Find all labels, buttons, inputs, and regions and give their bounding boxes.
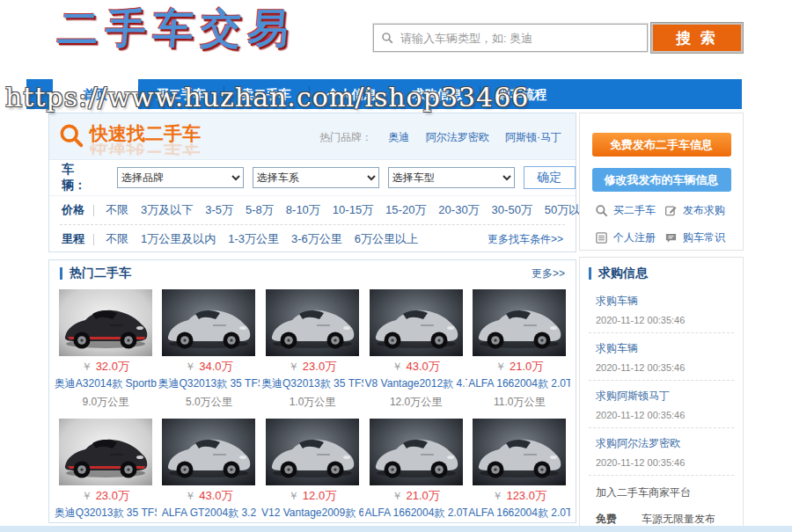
nav-item-sell[interactable]: 卖二手车 — [224, 79, 309, 109]
car-price: ￥12.0万 — [289, 489, 336, 503]
mileage-option[interactable]: 3-6万公里 — [291, 231, 342, 247]
price-option[interactable]: 20-30万 — [438, 202, 479, 218]
model-select[interactable]: 选择车型 — [388, 167, 515, 188]
car-title-link[interactable]: 奥迪Q32013款 35 TFSI 进 — [261, 376, 363, 391]
currency-symbol: ￥ — [289, 361, 299, 373]
car-card[interactable]: ￥43.0万 V8 Vantage2012款 4.7 S 12.0万公里 — [364, 289, 468, 410]
nav-item-buy[interactable]: 买二手车 — [138, 79, 224, 109]
search-button[interactable]: 搜 索 — [651, 23, 743, 53]
request-title-link[interactable]: 求购车辆 — [596, 295, 638, 307]
hot-brands-label: 热门品牌： — [319, 131, 372, 143]
request-title-link[interactable]: 求购阿斯顿马丁 — [596, 390, 670, 402]
modify-car-button[interactable]: 修改我发布的车辆信息 — [592, 168, 731, 192]
car-card-grid: ￥32.0万 奥迪A32014款 Sportback 9.0万公里 ￥34.0万… — [49, 287, 576, 532]
car-title-link[interactable]: ALFA 1662004款 2.0T — [468, 376, 570, 391]
car-title-link[interactable]: 奥迪Q32013款 35 TFSI 舒 — [158, 376, 260, 391]
car-price: ￥23.0万 — [82, 489, 129, 503]
car-title-link[interactable]: ALFA 1662004款 2.0T — [468, 506, 570, 521]
car-card[interactable]: ￥21.0万 ALFA 1662004款 2.0T 11.0万公里 — [467, 289, 571, 410]
price-option[interactable]: 8-10万 — [286, 202, 320, 218]
car-photo — [266, 419, 359, 485]
quick-link-knowledge[interactable]: 购车常识 — [664, 230, 734, 245]
search-icon — [381, 32, 393, 44]
car-title-link[interactable]: ALFA 1662004款 2.0T — [365, 506, 467, 521]
hot-brand-link[interactable]: 阿斯顿·马丁 — [505, 131, 561, 143]
request-date: 2020-11-12 00:35:46 — [596, 315, 734, 325]
brand-select[interactable]: 选择品牌 — [117, 167, 244, 188]
currency-symbol: ￥ — [289, 490, 299, 502]
car-title-link[interactable]: V8 Vantage2012款 4.7 S — [365, 376, 467, 391]
site-logo: 二手车交易 — [55, 2, 297, 56]
currency-symbol: ￥ — [392, 361, 402, 373]
car-card[interactable]: ￥43.0万 ALFA GT2004款 3.2 4.0万公里 — [158, 419, 261, 532]
car-mileage: 12.0万公里 — [390, 395, 442, 410]
price-option[interactable]: 3万及以下 — [141, 202, 193, 218]
currency-symbol: ￥ — [82, 361, 92, 373]
car-card[interactable]: ￥34.0万 奥迪Q32013款 35 TFSI 舒 5.0万公里 — [158, 289, 261, 410]
car-price: ￥43.0万 — [392, 360, 439, 374]
sidebar-actions-box: 免费发布二手车信息 修改我发布的车辆信息 买二手车 发布求购 — [579, 113, 744, 251]
price-option[interactable]: 15-20万 — [385, 202, 426, 218]
publish-car-button[interactable]: 免费发布二手车信息 — [592, 133, 731, 157]
price-option[interactable]: 3-5万 — [205, 202, 233, 218]
request-title-link[interactable]: 求购车辆 — [596, 342, 638, 354]
price-option[interactable]: 不限 — [106, 202, 128, 218]
magnifier-icon — [58, 122, 84, 149]
price-option[interactable]: 30-50万 — [492, 202, 532, 218]
search-input[interactable] — [399, 31, 647, 46]
nav-item-process[interactable]: 购车流程 — [480, 79, 565, 109]
hot-cars-title: 热门二手车 — [70, 266, 131, 281]
car-title-link[interactable]: 奥迪A32014款 Sportback — [55, 376, 157, 391]
search-icon — [595, 204, 608, 217]
mileage-option[interactable]: 1-3万公里 — [228, 231, 279, 247]
car-card[interactable]: ￥32.0万 奥迪A32014款 Sportback 9.0万公里 — [54, 289, 158, 410]
section-marker — [589, 267, 591, 280]
nav-item-profile[interactable]: 个人信息 — [309, 79, 394, 109]
request-date: 2020-11-12 00:35:46 — [596, 457, 734, 468]
car-card[interactable]: ￥23.0万 奥迪Q32013款 35 TFSI 7.0万公里 — [54, 419, 158, 532]
confirm-button[interactable]: 确定 — [524, 166, 576, 189]
hot-brands: 热门品牌： 奥迪 阿尔法罗密欧 阿斯顿·马丁 — [319, 130, 561, 145]
car-price: ￥34.0万 — [185, 360, 232, 374]
nav-item-requests[interactable]: 求购信息 — [394, 79, 480, 109]
price-option[interactable]: 5-8万 — [246, 202, 274, 218]
car-mileage: 5.0万公里 — [186, 395, 232, 410]
document-icon — [595, 231, 608, 244]
car-title-link[interactable]: V12 Vantage2009款 6.0L — [261, 506, 363, 521]
hot-brand-link[interactable]: 奥迪 — [388, 131, 409, 143]
car-card[interactable]: ￥12.0万 V12 Vantage2009款 6.0L 2.0万公里 — [260, 419, 364, 532]
requests-title: 求购信息 — [598, 266, 648, 281]
request-title-link[interactable]: 求购阿尔法罗密欧 — [596, 437, 680, 449]
quick-link-publish-request[interactable]: 发布求购 — [664, 203, 734, 218]
hot-cars-more-link[interactable]: 更多>> — [532, 266, 565, 281]
requests-header: 求购信息 — [580, 258, 743, 286]
car-card[interactable]: ￥23.0万 奥迪Q32013款 35 TFSI 进 1.0万公里 — [260, 289, 364, 410]
mileage-option[interactable]: 不限 — [106, 231, 128, 247]
more-filters-link[interactable]: 更多找车条件>> — [488, 232, 563, 247]
car-mileage: 11.0万公里 — [494, 395, 545, 410]
divider — [93, 234, 94, 245]
mileage-option[interactable]: 1万公里及以内 — [141, 231, 216, 247]
page: 二手车交易 搜 索 首页 买二手车 卖二手车 个人信息 求购信息 购车流程 ht… — [0, 0, 792, 532]
footer-strip — [0, 526, 792, 532]
car-photo — [266, 289, 359, 356]
price-option[interactable]: 10-15万 — [333, 202, 373, 218]
quick-link-buy[interactable]: 买二手车 — [595, 203, 664, 218]
car-photo — [473, 419, 566, 485]
car-card[interactable]: ￥123.0万 ALFA 1662004款 2.0T 15.0万公里 — [467, 419, 571, 532]
series-select[interactable]: 选择车系 — [253, 167, 379, 188]
quick-link-register[interactable]: 个人注册 — [595, 230, 664, 245]
car-price: ￥21.0万 — [392, 489, 439, 503]
car-title-link[interactable]: ALFA GT2004款 3.2 — [162, 506, 256, 521]
currency-symbol: ￥ — [495, 361, 506, 373]
vehicle-select-row: 车 辆： 选择品牌 选择车系 选择车型 确定 — [49, 160, 576, 196]
car-price: ￥123.0万 — [492, 489, 546, 503]
section-marker — [60, 267, 62, 280]
car-photo — [162, 289, 255, 356]
nav-item-home[interactable]: 首页 — [53, 79, 138, 109]
mileage-option[interactable]: 6万公里以上 — [355, 231, 418, 247]
hot-brand-link[interactable]: 阿尔法罗密欧 — [426, 131, 489, 143]
car-card[interactable]: ￥21.0万 ALFA 1662004款 2.0T 3.0万公里 — [364, 419, 468, 532]
search-box — [373, 24, 648, 52]
car-title-link[interactable]: 奥迪Q32013款 35 TFSI — [55, 506, 157, 521]
